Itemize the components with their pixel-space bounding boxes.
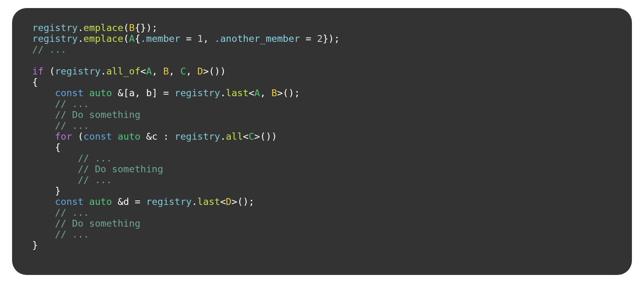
code-line: const auto &[a, b] = registry.last<A, B>…	[32, 87, 300, 99]
indent	[32, 218, 55, 229]
type: A	[254, 87, 260, 99]
method: last	[226, 87, 249, 99]
type: D	[197, 66, 203, 77]
keyword: auto	[89, 87, 112, 99]
space	[112, 87, 118, 99]
punct: <	[249, 87, 254, 99]
comment: // ...	[55, 207, 89, 218]
comment: // ...	[55, 98, 89, 109]
code-line: // Do something	[32, 109, 140, 120]
indent	[32, 153, 78, 164]
comment: // ...	[78, 153, 112, 164]
punct: ,	[169, 66, 180, 77]
code-line: if (registry.all_of<A, B, C, D>())	[32, 66, 226, 77]
punct: });	[323, 33, 340, 44]
punct: <	[220, 196, 226, 207]
punct: (	[123, 33, 129, 44]
method: all	[226, 131, 243, 142]
keyword: const	[55, 87, 84, 99]
identifier: registry	[146, 196, 192, 207]
indent	[32, 174, 78, 186]
indent	[32, 207, 55, 218]
identifier: registry	[32, 22, 78, 33]
brace: {	[55, 142, 61, 153]
punct: (	[72, 131, 83, 142]
punct: >();	[277, 87, 300, 99]
type: A	[146, 66, 152, 77]
indent	[32, 163, 78, 175]
type: C	[249, 131, 254, 142]
punct: .	[78, 33, 83, 44]
identifier: registry	[32, 33, 78, 44]
brace: }	[32, 240, 38, 251]
punct: >())	[254, 131, 277, 142]
indent	[32, 120, 55, 131]
comment: // ...	[32, 44, 66, 55]
number: 1	[197, 33, 203, 44]
keyword: for	[55, 131, 72, 142]
type: D	[226, 196, 231, 207]
method: emplace	[83, 22, 123, 33]
code-line: // Do something	[32, 218, 140, 229]
punct: ,	[152, 66, 163, 77]
code-line: const auto &d = registry.last<D>();	[32, 196, 254, 207]
code-line: {	[32, 76, 38, 88]
code-line: registry.emplace(A{.member = 1, .another…	[32, 33, 340, 44]
punct: {});	[135, 22, 158, 33]
indent	[32, 98, 55, 109]
indent	[32, 87, 55, 99]
punct: &d =	[118, 196, 146, 207]
punct: (	[43, 66, 55, 77]
method: all_of	[106, 66, 140, 77]
member: .member	[140, 33, 180, 44]
comment: // Do something	[55, 218, 140, 229]
comment: // ...	[55, 120, 89, 131]
keyword: auto	[118, 131, 140, 142]
code-line: for (const auto &c : registry.all<C>())	[32, 131, 277, 142]
keyword: if	[32, 66, 43, 77]
identifier: registry	[175, 87, 220, 99]
method: last	[197, 196, 220, 207]
code-line: {	[32, 142, 61, 153]
keyword: auto	[89, 196, 112, 207]
identifier: registry	[175, 131, 220, 142]
punct: .	[220, 87, 226, 99]
brace: {	[32, 76, 38, 88]
comment: // Do something	[78, 163, 163, 175]
indent	[32, 131, 55, 142]
punct: ,	[203, 33, 215, 44]
punct: >())	[203, 66, 226, 77]
code-line: }	[32, 240, 38, 251]
punct: .	[78, 22, 83, 33]
identifier: registry	[55, 66, 101, 77]
type: B	[271, 87, 277, 99]
punct: <	[243, 131, 249, 142]
keyword: const	[55, 196, 84, 207]
punct: .	[220, 131, 226, 142]
code-block: registry.emplace(B{}); registry.emplace(…	[12, 8, 632, 275]
punct: {	[135, 33, 140, 44]
code-line: // Do something	[32, 163, 163, 175]
indent	[32, 109, 55, 120]
type: C	[180, 66, 186, 77]
punct: (	[123, 22, 129, 33]
keyword: const	[83, 131, 112, 142]
code-line: }	[32, 185, 61, 196]
space	[112, 196, 118, 207]
code-line: // ...	[32, 174, 112, 186]
comment: // Do something	[55, 109, 140, 120]
punct: >();	[231, 196, 254, 207]
indent	[32, 196, 55, 207]
space	[83, 196, 89, 207]
indent	[32, 229, 55, 240]
code-line: // ...	[32, 207, 89, 218]
member: .another_member	[215, 33, 300, 44]
space	[83, 87, 89, 99]
punct: ,	[186, 66, 197, 77]
indent	[32, 142, 55, 153]
code-line: registry.emplace(B{});	[32, 22, 157, 33]
type: A	[129, 33, 135, 44]
punct: <	[140, 66, 146, 77]
code-line: // ...	[32, 229, 89, 240]
punct: ,	[260, 87, 271, 99]
